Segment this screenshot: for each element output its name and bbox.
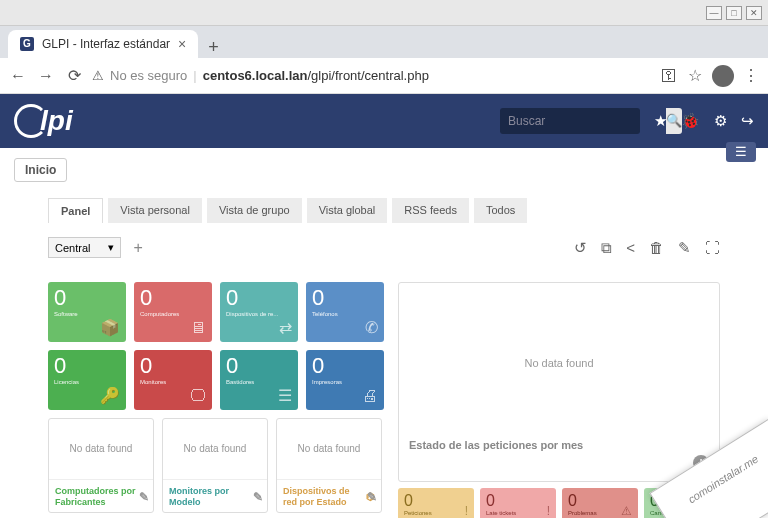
edit-chart-icon[interactable]: ✎	[367, 490, 377, 504]
tab-vista-personal[interactable]: Vista personal	[108, 198, 202, 223]
dashboard-select[interactable]: Central ▾	[48, 237, 121, 258]
breadcrumb: Inicio	[0, 148, 768, 188]
search-icon: 🔍	[666, 113, 682, 128]
tab-vista-global[interactable]: Vista global	[307, 198, 388, 223]
chart-network-devices-by-state[interactable]: No data found Dispositivos de red por Es…	[276, 418, 382, 513]
minimize-button[interactable]: —	[706, 6, 722, 20]
url-host: centos6.local.lan	[203, 68, 308, 83]
browser-tab[interactable]: G GLPI - Interfaz estándar ×	[8, 30, 198, 58]
close-window-button[interactable]: ✕	[746, 6, 762, 20]
hamburger-icon: ☰	[735, 144, 747, 159]
new-tab-button[interactable]: +	[198, 37, 229, 58]
window-titlebar: — □ ✕	[0, 0, 768, 26]
server-icon: ☰	[278, 386, 292, 405]
gear-icon[interactable]: ⚙	[714, 112, 727, 130]
address-bar[interactable]: ⚠ No es seguro | centos6.local.lan/glpi/…	[92, 68, 652, 83]
favicon-icon: G	[20, 37, 34, 51]
chart-title: Estado de las peticiones por mes	[409, 439, 709, 451]
bookmark-star-icon[interactable]: ☆	[686, 66, 704, 85]
info-icon: !	[547, 504, 550, 518]
stat-card-printers[interactable]: 0 Impresoras 🖨	[306, 350, 384, 410]
chart-tickets-by-month[interactable]: No data found Estado de las peticiones p…	[398, 282, 720, 482]
browser-tab-strip: G GLPI - Interfaz estándar × +	[0, 26, 768, 58]
search-input[interactable]	[500, 114, 666, 128]
dashboard-tabs: Panel Vista personal Vista de grupo Vist…	[48, 198, 720, 223]
no-data-label: No data found	[409, 293, 709, 433]
glpi-logo[interactable]: lpi	[14, 104, 73, 138]
stat-card-software[interactable]: 0 Software 📦	[48, 282, 126, 342]
chart-monitors-by-model[interactable]: No data found Monitores por Modelo✎	[162, 418, 268, 513]
edit-chart-icon[interactable]: ✎	[253, 490, 263, 504]
dashboard-selected-value: Central	[55, 242, 90, 254]
stat-card-network-devices[interactable]: 0 Dispositivos de re... ⇄	[220, 282, 298, 342]
package-icon: 📦	[100, 318, 120, 337]
stat-card-late-tickets[interactable]: 0 Late tickets !	[480, 488, 556, 518]
url-path: /glpi/front/central.php	[307, 68, 428, 83]
star-icon[interactable]: ★	[654, 112, 667, 130]
browser-menu-icon[interactable]: ⋮	[742, 66, 760, 85]
stat-card-tickets[interactable]: 0 Peticiones !	[398, 488, 474, 518]
no-data-label: No data found	[49, 419, 153, 479]
close-tab-icon[interactable]: ×	[178, 36, 186, 52]
edit-icon[interactable]: ✎	[678, 239, 691, 257]
glpi-header: lpi 🔍 ★ 🐞 ⚙ ↪ ☰	[0, 94, 768, 148]
forward-button[interactable]: →	[36, 67, 56, 85]
tab-rss[interactable]: RSS feeds	[392, 198, 469, 223]
search-button[interactable]: 🔍	[666, 108, 682, 134]
key-icon[interactable]: ⚿	[660, 67, 678, 85]
panel-actions: ↺ ⧉ < 🗑 ✎ ⛶	[574, 239, 720, 257]
info-icon: !	[465, 504, 468, 518]
bug-icon[interactable]: 🐞	[681, 112, 700, 130]
main-content: Panel Vista personal Vista de grupo Vist…	[0, 188, 768, 518]
panel-toolbar: Central ▾ + ↺ ⧉ < 🗑 ✎ ⛶	[48, 237, 720, 258]
stat-card-phones[interactable]: 0 Teléfonos ✆	[306, 282, 384, 342]
reload-button[interactable]: ⟳	[64, 66, 84, 85]
trash-icon[interactable]: 🗑	[649, 239, 664, 257]
chart-computers-by-manufacturer[interactable]: No data found Computadores por Fabricant…	[48, 418, 154, 513]
printer-icon: 🖨	[362, 387, 378, 405]
security-label: No es seguro	[110, 68, 187, 83]
clone-icon[interactable]: ⧉	[601, 239, 612, 257]
no-data-label: No data found	[163, 419, 267, 479]
fullscreen-icon[interactable]: ⛶	[705, 239, 720, 257]
search-box: 🔍	[500, 108, 640, 134]
tab-title: GLPI - Interfaz estándar	[42, 37, 170, 51]
stat-card-problems[interactable]: 0 Problemas ⚠	[562, 488, 638, 518]
maximize-button[interactable]: □	[726, 6, 742, 20]
tab-vista-grupo[interactable]: Vista de grupo	[207, 198, 302, 223]
logout-icon[interactable]: ↪	[741, 112, 754, 130]
phone-icon: ✆	[365, 318, 378, 337]
browser-toolbar: ← → ⟳ ⚠ No es seguro | centos6.local.lan…	[0, 58, 768, 94]
no-data-label: No data found	[277, 419, 381, 479]
desktop-icon: 🖥	[190, 319, 206, 337]
key-icon: 🔑	[100, 386, 120, 405]
monitor-icon: 🖵	[190, 387, 206, 405]
profile-avatar[interactable]	[712, 65, 734, 87]
add-dashboard-button[interactable]: +	[133, 239, 142, 257]
stat-card-racks[interactable]: 0 Bastidores ☰	[220, 350, 298, 410]
breadcrumb-home[interactable]: Inicio	[14, 158, 67, 182]
tab-todos[interactable]: Todos	[474, 198, 527, 223]
edit-chart-icon[interactable]: ✎	[139, 490, 149, 504]
share-icon[interactable]: <	[626, 239, 635, 257]
back-button[interactable]: ←	[8, 67, 28, 85]
insecure-icon: ⚠	[92, 68, 104, 83]
menu-toggle-button[interactable]: ☰	[726, 142, 756, 162]
stat-card-monitors[interactable]: 0 Monitores 🖵	[134, 350, 212, 410]
history-icon[interactable]: ↺	[574, 239, 587, 257]
stat-card-computers[interactable]: 0 Computadores 🖥	[134, 282, 212, 342]
stat-card-licenses[interactable]: 0 Licencias 🔑	[48, 350, 126, 410]
warning-icon: ⚠	[621, 504, 632, 518]
network-icon: ⇄	[279, 318, 292, 337]
tab-panel[interactable]: Panel	[48, 198, 103, 223]
dashboard-left-column: 0 Software 📦 0 Computadores 🖥 0 Disposit…	[48, 282, 388, 518]
chevron-down-icon: ▾	[108, 241, 114, 254]
